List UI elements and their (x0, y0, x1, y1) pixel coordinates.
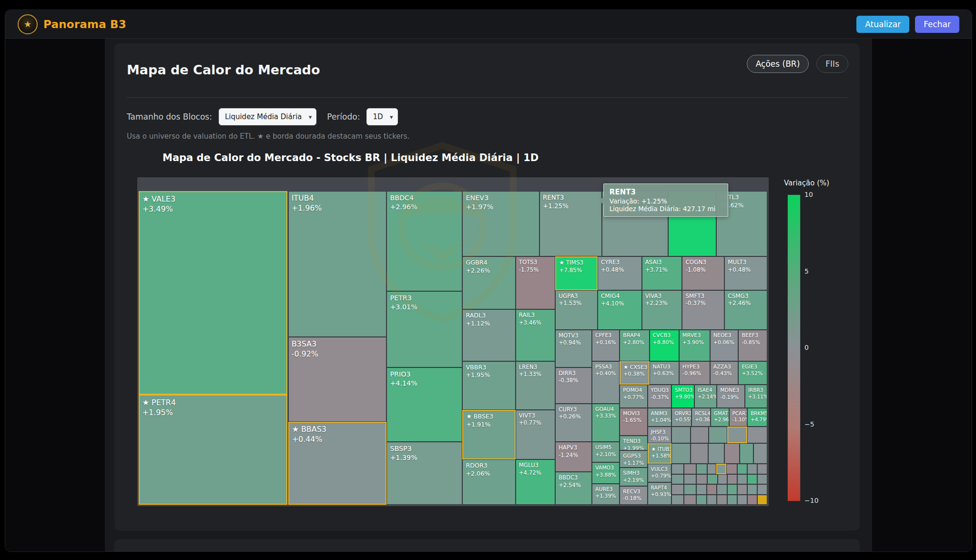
treemap-tile-small[interactable] (747, 427, 767, 443)
treemap-tile-small[interactable] (696, 474, 708, 484)
treemap-tile-small[interactable] (691, 443, 708, 464)
treemap-tile-small[interactable] (707, 474, 717, 484)
treemap-tile-small[interactable] (691, 427, 709, 443)
treemap-tile-small[interactable] (737, 464, 747, 474)
treemap-tile-TIMS3[interactable]: ★ TIMS3+7.85% (555, 256, 598, 290)
treemap-tile-CXSE3[interactable]: ★ CXSE3+0.38% (620, 361, 649, 385)
treemap-tile-ANIM3[interactable]: ANIM3+1.04% (648, 408, 671, 427)
treemap-tile-small[interactable] (671, 427, 691, 443)
treemap-tile-BBSE3[interactable]: ★ BBSE3+1.91% (462, 410, 515, 459)
treemap-tile-VBBR3[interactable]: VBBR3+1.95% (462, 361, 515, 410)
treemap-tile-UGPA3[interactable]: UGPA3+1.53% (555, 290, 598, 330)
treemap-tile-small[interactable] (707, 464, 716, 474)
treemap-tile-PETR4[interactable]: ★ PETR4+1.95% (139, 395, 288, 505)
treemap-tile-ISAE4[interactable]: ISAE4+2.14% (694, 385, 717, 407)
tab-acoes-br[interactable]: Ações (BR) (747, 55, 809, 73)
treemap-tile-CMIG4[interactable]: CMIG4+4.10% (598, 290, 642, 330)
treemap-tile-MGLU3[interactable]: MGLU3+4.72% (516, 459, 555, 505)
treemap-tile-RECV3[interactable]: RECV3-0.18% (620, 486, 647, 505)
treemap-tile-small[interactable] (727, 427, 747, 443)
treemap-tile-MULT3[interactable]: MULT3+0.48% (724, 256, 767, 290)
treemap-tile-GOAU4[interactable]: GOAU4+3.33% (592, 404, 620, 442)
treemap-tile-PCAR3[interactable]: PCAR3-1.10% (729, 408, 747, 427)
atualizar-button[interactable]: Atualizar (856, 16, 909, 33)
treemap-tile-CYRE3[interactable]: CYRE3+0.48% (598, 256, 642, 290)
treemap-tile-small[interactable] (684, 464, 696, 474)
treemap-tile-VALE3[interactable]: ★ VALE3+3.49% (139, 191, 288, 395)
treemap-tile-MOTV3[interactable]: MOTV3+0.94% (555, 330, 592, 367)
treemap-tile-AURE3[interactable]: AURE3+1.39% (592, 484, 620, 505)
treemap-tile-small[interactable] (671, 474, 684, 484)
treemap-tile-RAIL3[interactable]: RAIL3+3.46% (516, 309, 555, 361)
treemap-tile-NATU3[interactable]: NATU3+0.63% (650, 361, 679, 385)
treemap-tile-LREN3[interactable]: LREN3+1.33% (516, 361, 555, 410)
treemap-tile-small[interactable] (718, 474, 727, 484)
treemap-tile-EGIE3[interactable]: EGIE3+3.52% (738, 361, 767, 385)
treemap-tile-CVCB3[interactable]: CVCB3+8.80% (650, 330, 679, 361)
treemap-tile-small[interactable] (684, 484, 696, 494)
treemap-tile-POMO4[interactable]: POMO4+0.77% (620, 385, 647, 407)
treemap-tile-small[interactable] (684, 474, 696, 484)
treemap-tile-VAMO3[interactable]: VAMO3+3.88% (592, 462, 620, 484)
fechar-button[interactable]: Fechar (915, 16, 959, 33)
tab-fiis[interactable]: FIIs (816, 55, 848, 73)
treemap-tile-small[interactable] (716, 464, 726, 474)
treemap-tile-small[interactable] (737, 495, 747, 505)
treemap-tile-CSMG3[interactable]: CSMG3+2.46% (724, 290, 767, 330)
treemap-tile-RADL3[interactable]: RADL3+1.12% (462, 309, 515, 361)
treemap-tile-GMAT3[interactable]: GMAT3+2.96% (711, 408, 729, 427)
treemap-tile-CPFE3[interactable]: CPFE3+0.16% (592, 330, 620, 361)
treemap-tile-VULC3[interactable]: VULC3+0.79% (648, 464, 671, 482)
treemap-tile-TEND3[interactable]: TEND3+1.99% (620, 436, 647, 450)
treemap-tile-BEEF3[interactable]: BEEF3-0.85% (738, 330, 767, 361)
treemap-tile-small[interactable] (707, 495, 717, 505)
treemap-tile-BBDC3[interactable]: BBDC3+2.54% (555, 472, 592, 505)
period-select[interactable]: 1D ▾ (366, 108, 397, 125)
treemap-tile-GGPS3[interactable]: GGPS3+1.17% (620, 450, 647, 468)
treemap-tile-AZZA3[interactable]: AZZA3-0.43% (710, 361, 739, 385)
treemap-tile-RAPT4[interactable]: RAPT4+0.93% (648, 482, 671, 505)
treemap-tile-ITUB4[interactable]: ITUB4+1.96% (288, 191, 387, 337)
treemap-tile-SMFT3[interactable]: SMFT3-0.37% (682, 290, 724, 330)
treemap-tile-small[interactable] (717, 484, 727, 494)
treemap-tile-ITUB3[interactable]: ★ ITUB3+1.58% (648, 443, 671, 464)
treemap-tile-small[interactable] (671, 484, 684, 494)
treemap-tile-ENEV3[interactable]: ENEV3+1.97% (462, 191, 539, 256)
treemap-tile-VIVA3[interactable]: VIVA3+2.23% (642, 290, 682, 330)
treemap-tile-small[interactable] (747, 495, 757, 505)
treemap-tile-small[interactable] (747, 464, 757, 474)
treemap-tile-YDUQ3[interactable]: YDUQ3-0.37% (648, 385, 671, 407)
treemap-tile-small[interactable] (671, 443, 691, 464)
treemap-tile-small[interactable] (727, 474, 737, 484)
treemap-tile-B3SA3[interactable]: B3SA3-0.92% (288, 337, 387, 422)
treemap-tile-ORVR3[interactable]: ORVR3+0.55% (671, 408, 691, 427)
treemap-tile-small[interactable] (740, 443, 753, 464)
treemap-tile-IRBR3[interactable]: IRBR3+3.11% (745, 385, 768, 407)
treemap-tile-DIRR3[interactable]: DIRR3-0.38% (555, 367, 592, 404)
treemap-tile-small[interactable] (671, 464, 684, 474)
treemap-tile-small[interactable] (684, 495, 696, 505)
treemap-tile-JHSF3[interactable]: JHSF3-0.10% (648, 427, 671, 443)
treemap-tile-small[interactable] (708, 443, 724, 464)
treemap-tile-SBSP3[interactable]: SBSP3+1.39% (386, 442, 462, 505)
treemap-tile-small[interactable] (717, 495, 727, 505)
treemap-tile-RDOR3[interactable]: RDOR3+2.06% (462, 459, 515, 505)
treemap-tile-small[interactable] (747, 484, 757, 494)
treemap-tile-MOVI3[interactable]: MOVI3-1.65% (620, 408, 647, 436)
treemap-tile-small[interactable] (724, 443, 740, 464)
treemap-tile-HAPV3[interactable]: HAPV3-1.24% (555, 442, 592, 472)
block-size-select[interactable]: Liquidez Média Diária ▾ (219, 108, 316, 125)
treemap-tile-small[interactable] (737, 474, 747, 484)
treemap-tile-small[interactable] (707, 484, 717, 494)
treemap-tile-PSSA3[interactable]: PSSA3+0.40% (592, 361, 620, 404)
treemap-tile-NEOE3[interactable]: NEOE3+0.06% (710, 330, 739, 361)
treemap-tile-small[interactable] (727, 484, 737, 494)
treemap-tile-small[interactable] (757, 464, 767, 474)
treemap-tile-BRAP4[interactable]: BRAP4+2.80% (620, 330, 649, 361)
treemap-tile-ASAI3[interactable]: ASAI3+3.71% (642, 256, 682, 290)
treemap-tile-CURY3[interactable]: CURY3+0.26% (555, 404, 592, 442)
treemap-tile-small[interactable] (757, 484, 767, 494)
treemap-tile-MDNE3[interactable]: MDNE3-0.19% (717, 385, 744, 407)
treemap-tile-small[interactable] (757, 474, 767, 484)
treemap-tile-small[interactable] (727, 495, 737, 505)
